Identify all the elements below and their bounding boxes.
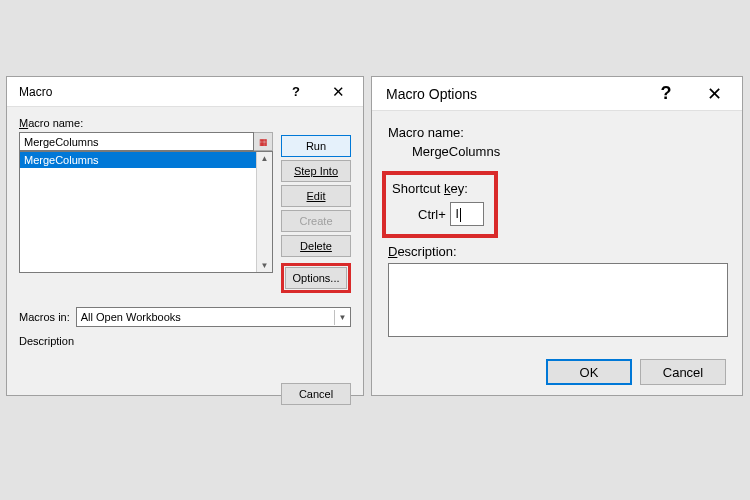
help-button[interactable]: ? xyxy=(275,78,317,106)
options-button[interactable]: Options... xyxy=(285,267,347,289)
macro-dialog: Macro ? ✕ Macro name: ▦ MergeColumns ▲ ▼ xyxy=(6,76,364,396)
macro-dialog-title: Macro xyxy=(11,85,275,99)
macro-description-label: Description xyxy=(19,335,351,347)
options-title-bar: Macro Options ? ✕ xyxy=(372,77,742,111)
delete-button[interactable]: Delete xyxy=(281,235,351,257)
scroll-up-icon[interactable]: ▲ xyxy=(261,152,269,165)
edit-button[interactable]: Edit xyxy=(281,185,351,207)
macro-dialog-body: Macro name: ▦ MergeColumns ▲ ▼ Run Step … xyxy=(7,107,363,415)
options-macro-name-value: MergeColumns xyxy=(412,144,726,159)
chevron-down-icon[interactable]: ▼ xyxy=(334,310,350,325)
macro-name-label: Macro name: xyxy=(19,117,273,129)
macro-cancel-button[interactable]: Cancel xyxy=(281,383,351,405)
macro-options-dialog: Macro Options ? ✕ Macro name: MergeColum… xyxy=(371,76,743,396)
options-description-label: Description: xyxy=(388,244,726,259)
macro-list-scrollbar[interactable]: ▲ ▼ xyxy=(256,152,272,272)
create-button: Create xyxy=(281,210,351,232)
ok-button[interactable]: OK xyxy=(546,359,632,385)
macro-name-picker-icon[interactable]: ▦ xyxy=(254,132,273,151)
options-highlight-box: Options... xyxy=(281,263,351,293)
run-button[interactable]: Run xyxy=(281,135,351,157)
options-description-textarea[interactable] xyxy=(388,263,728,337)
options-cancel-button[interactable]: Cancel xyxy=(640,359,726,385)
options-dialog-body: Macro name: MergeColumns Shortcut key: C… xyxy=(372,111,742,399)
options-dialog-title: Macro Options xyxy=(376,86,642,102)
macro-name-input[interactable] xyxy=(19,132,254,151)
options-help-button[interactable]: ? xyxy=(642,78,690,110)
macros-in-label: Macros in: xyxy=(19,311,70,323)
options-macro-name-label: Macro name: xyxy=(388,125,726,140)
macro-title-bar: Macro ? ✕ xyxy=(7,77,363,107)
shortcut-key-input[interactable]: l xyxy=(450,202,484,226)
macro-list[interactable]: MergeColumns ▲ ▼ xyxy=(19,151,273,273)
close-button[interactable]: ✕ xyxy=(317,78,359,106)
macro-button-column: Run Step Into Edit Create Delete Options… xyxy=(281,117,351,293)
macros-in-value: All Open Workbooks xyxy=(81,311,181,323)
step-into-button[interactable]: Step Into xyxy=(281,160,351,182)
macros-in-select[interactable]: All Open Workbooks ▼ xyxy=(76,307,351,327)
ctrl-plus-label: Ctrl+ xyxy=(418,207,446,222)
shortcut-highlight-box: Shortcut key: Ctrl+ l xyxy=(382,171,498,238)
macro-list-item[interactable]: MergeColumns xyxy=(20,152,272,168)
shortcut-key-label: Shortcut key: xyxy=(392,181,484,196)
scroll-down-icon[interactable]: ▼ xyxy=(261,259,269,272)
options-close-button[interactable]: ✕ xyxy=(690,78,738,110)
